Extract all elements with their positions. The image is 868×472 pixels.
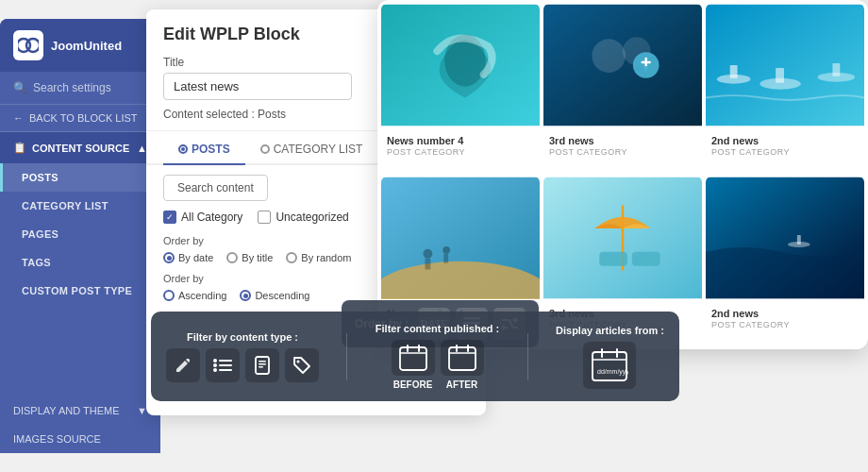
sidebar-item-posts[interactable]: POSTS [0, 163, 160, 192]
preview-panel: News number 4 POST CATEGORY 3rd news POS… [377, 0, 868, 349]
svg-point-35 [213, 368, 217, 372]
logo-icon [13, 30, 43, 60]
after-calendar-icon[interactable] [441, 340, 484, 376]
sidebar-item-custom-post-type[interactable]: CUSTOM POST TYPE [0, 277, 160, 305]
card-3-category: POST CATEGORY [711, 147, 859, 157]
svg-rect-38 [259, 361, 266, 362]
svg-rect-37 [256, 357, 269, 374]
divider-1 [346, 333, 347, 380]
svg-rect-39 [259, 363, 266, 365]
card-3-info: 2nd news POST CATEGORY [706, 130, 864, 160]
before-section: BEFORE [392, 340, 435, 390]
svg-rect-18 [425, 259, 430, 270]
content-source-section[interactable]: 📋 CONTENT SOURCE ▲ [0, 132, 160, 163]
descending-label: Descending [255, 290, 309, 301]
search-label: Search settings [33, 81, 111, 94]
date-radio [163, 252, 175, 263]
svg-point-19 [442, 246, 450, 254]
title-input[interactable] [163, 73, 352, 100]
arrow-left-icon: ← [13, 112, 24, 124]
display-calendar-icon[interactable]: dd/mm/yyyy [583, 342, 636, 389]
logo-text: JoomUnited [51, 39, 122, 53]
random-label: By random [301, 252, 351, 263]
svg-rect-4 [543, 5, 702, 126]
all-category-checkbox[interactable]: ✓ All Category [163, 211, 242, 224]
card-2-info: 3rd news POST CATEGORY [543, 130, 702, 160]
sidebar-item-tags[interactable]: TAGS [0, 248, 160, 277]
edit-icon[interactable] [166, 348, 200, 382]
page-icon[interactable] [245, 348, 279, 382]
card-1-category: POST CATEGORY [387, 147, 534, 157]
search-icon: 🔍 [13, 81, 27, 94]
published-icons: BEFORE AFTER [392, 340, 484, 390]
filter-published-label: Filter content published : [376, 323, 499, 334]
svg-rect-8 [706, 5, 864, 126]
sidebar-item-display-theme[interactable]: DISPLAY AND THEME ▼ [0, 396, 160, 425]
list-lines-icon[interactable] [206, 348, 240, 382]
sidebar-back-button[interactable]: ← BACK TO BLOCK LIST [0, 105, 160, 132]
card-6-title: 2nd news [711, 308, 859, 319]
tab-category-list[interactable]: CATEGORY LIST [245, 135, 378, 165]
content-source-icon: 📋 [13, 142, 26, 154]
random-radio [286, 252, 297, 263]
all-category-check-icon: ✓ [163, 211, 176, 224]
sidebar-bottom: DISPLAY AND THEME ▼ IMAGES SOURCE [0, 396, 160, 453]
display-articles-section: Display articles from : dd/mm/yyyy [556, 325, 664, 389]
search-content-button[interactable]: Search content [163, 175, 268, 201]
posts-tab-label: POSTS [192, 143, 230, 156]
svg-rect-34 [219, 364, 232, 366]
card-6-category: POST CATEGORY [711, 320, 859, 329]
svg-rect-27 [797, 235, 801, 244]
ascending-radio [163, 290, 175, 301]
sidebar-logo: JoomUnited [0, 19, 160, 72]
sidebar-item-category-list[interactable]: CATEGORY LIST [0, 192, 160, 220]
descending-radio [240, 290, 251, 301]
display-articles-label: Display articles from : [556, 325, 664, 336]
order-by-date[interactable]: By date [163, 252, 213, 263]
sidebar: JoomUnited 🔍 Search settings ← BACK TO B… [0, 19, 160, 453]
after-section: AFTER [441, 340, 484, 390]
before-label: BEFORE [393, 379, 433, 390]
svg-point-5 [592, 39, 626, 73]
uncategorized-label: Uncategorized [275, 211, 348, 224]
svg-rect-36 [219, 369, 232, 371]
svg-point-41 [297, 360, 300, 362]
uncategorized-checkbox[interactable]: Uncategorized [258, 211, 348, 224]
order-descending[interactable]: Descending [240, 290, 309, 301]
svg-rect-23 [599, 252, 627, 266]
order-by-random[interactable]: By random [286, 252, 351, 263]
back-label: BACK TO BLOCK LIST [29, 112, 138, 124]
card-2-category: POST CATEGORY [549, 147, 696, 157]
category-tab-label: CATEGORY LIST [274, 143, 363, 156]
tag-icon[interactable] [285, 348, 319, 382]
all-category-label: All Category [181, 211, 242, 224]
card-1-title: News number 4 [387, 135, 534, 146]
svg-rect-46 [449, 347, 476, 370]
order-by-title[interactable]: By title [226, 252, 273, 263]
after-label: AFTER [446, 379, 477, 390]
ascending-label: Ascending [178, 290, 226, 301]
svg-rect-42 [400, 347, 426, 370]
sidebar-item-images-source[interactable]: IMAGES SOURCE [0, 425, 160, 453]
card-6-info: 2nd news POST CATEGORY [706, 303, 864, 333]
tab-posts[interactable]: POSTS [163, 135, 245, 165]
sidebar-item-pages[interactable]: PAGES [0, 220, 160, 248]
title-label: By title [242, 252, 273, 263]
filter-content-type-label: Filter by content type : [187, 331, 298, 343]
display-theme-label: DISPLAY AND THEME [13, 405, 119, 416]
svg-rect-32 [219, 360, 232, 362]
filter-type-icons [166, 348, 319, 382]
preview-card-2: 3rd news POST CATEGORY [543, 4, 702, 173]
sidebar-search[interactable]: 🔍 Search settings [0, 72, 160, 105]
divider-2 [527, 333, 528, 380]
card-3-title: 2nd news [711, 135, 859, 146]
date-label: By date [178, 252, 213, 263]
svg-text:dd/mm/yyyy: dd/mm/yyyy [597, 368, 628, 376]
svg-point-1 [26, 39, 39, 52]
card-1-info: News number 4 POST CATEGORY [381, 130, 540, 160]
images-source-label: IMAGES SOURCE [13, 433, 101, 445]
card-2-title: 3rd news [549, 135, 696, 146]
before-calendar-icon[interactable] [392, 340, 435, 376]
order-ascending[interactable]: Ascending [163, 290, 226, 301]
uncategorized-check-box [258, 211, 271, 224]
